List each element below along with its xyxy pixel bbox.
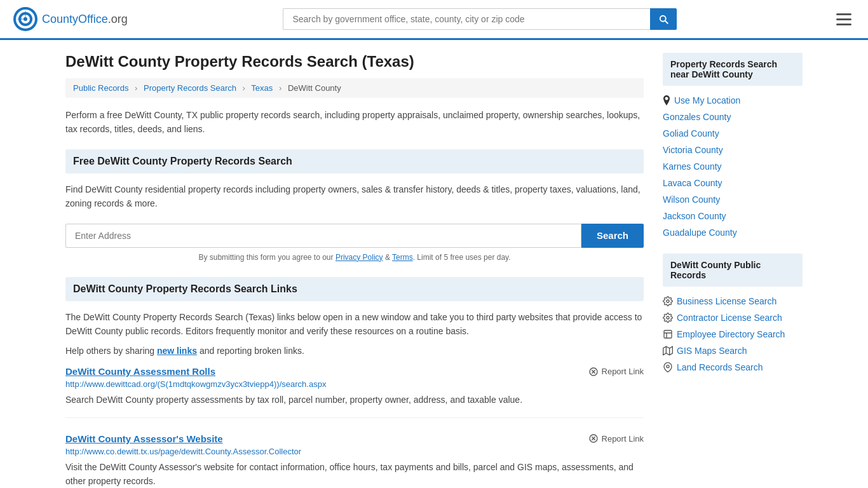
svg-point-7 [667,300,669,302]
logo-text: CountyOffice.org [42,13,128,26]
search-row: Search [65,224,644,248]
sidebar-use-location: Use My Location [663,92,803,109]
link-url[interactable]: http://www.dewittcad.org/(S(1mdtqkowgmzv… [65,379,644,389]
link-description: Visit the DeWitt County Assessor's websi… [65,460,644,488]
list-item: Jackson County [663,208,803,224]
list-item: Guadalupe County [663,224,803,241]
list-item: Wilson County [663,191,803,208]
page-title: DeWitt County Property Records Search (T… [65,53,644,71]
link-description: Search DeWitt County property assessment… [65,393,644,407]
address-search-area: Search By submitting this form you agree… [65,224,644,262]
sidebar-victoria-county[interactable]: Victoria County [663,145,723,155]
link-title[interactable]: DeWitt County Assessment Rolls [65,366,215,377]
sidebar-public-records-title: DeWitt County Public Records [663,254,803,287]
breadcrumb-current: DeWitt County [288,83,341,93]
list-item: Employee Directory Search [663,326,803,342]
employee-directory-icon [663,329,673,339]
free-search-heading: Free DeWitt County Property Records Sear… [65,149,644,173]
content-area: DeWitt County Property Records Search (T… [65,53,644,488]
form-note: By submitting this form you agree to our… [65,253,644,262]
svg-point-4 [24,17,27,21]
links-section-description: The DeWitt County Property Records Searc… [65,310,644,339]
list-item: Karnes County [663,158,803,175]
search-button[interactable]: Search [581,224,644,248]
new-links-link[interactable]: new links [157,346,197,356]
link-item: DeWitt County Assessor's Website Report … [65,433,644,488]
menu-button[interactable] [832,10,855,29]
svg-marker-10 [663,346,673,355]
sidebar-wilson-county[interactable]: Wilson County [663,194,720,205]
breadcrumb: Public Records › Property Records Search… [65,78,644,98]
business-license-search-link[interactable]: Business License Search [677,296,776,306]
report-link-button[interactable]: Report Link [588,367,644,377]
sidebar-gonzales-county[interactable]: Gonzales County [663,112,731,122]
sidebar-nearby-list: Use My Location Gonzales County Goliad C… [663,92,803,241]
land-records-search-link[interactable]: Land Records Search [677,362,763,372]
list-item: Lavaca County [663,175,803,191]
logo[interactable]: CountyOffice.org [13,6,128,32]
search-icon [658,13,669,25]
sidebar: Property Records Search near DeWitt Coun… [663,53,803,488]
report-icon [588,433,599,444]
location-pin-icon [663,95,670,105]
header-search-area [283,8,677,30]
page-description: Perform a free DeWitt County, TX public … [65,108,644,137]
report-link-button[interactable]: Report Link [588,433,644,444]
sidebar-nearby-title: Property Records Search near DeWitt Coun… [663,53,803,86]
employee-directory-search-link[interactable]: Employee Directory Search [677,329,785,339]
sidebar-public-records-list: Business License Search Contractor Licen… [663,293,803,376]
links-section: DeWitt County Property Records Search Li… [65,277,644,488]
main-container: DeWitt County Property Records Search (T… [53,40,815,488]
business-license-icon [663,296,673,306]
link-url[interactable]: http://www.co.dewitt.tx.us/page/dewitt.C… [65,447,644,456]
header-search-button[interactable] [650,8,677,30]
list-item: Victoria County [663,142,803,158]
breadcrumb-property-records-search[interactable]: Property Records Search [144,83,236,93]
links-section-heading: DeWitt County Property Records Search Li… [65,277,644,301]
svg-point-13 [667,365,669,368]
help-text: Help others by sharing new links and rep… [65,346,644,356]
address-input[interactable] [65,224,581,248]
sidebar-guadalupe-county[interactable]: Guadalupe County [663,227,737,238]
logo-icon [13,6,38,32]
gis-maps-search-link[interactable]: GIS Maps Search [677,346,747,356]
svg-rect-9 [664,330,672,338]
link-item: DeWitt County Assessment Rolls Report Li… [65,366,644,417]
breadcrumb-texas[interactable]: Texas [251,83,273,93]
list-item: Goliad County [663,125,803,142]
link-title[interactable]: DeWitt County Assessor's Website [65,433,223,444]
header-search-input[interactable] [283,8,650,30]
svg-point-8 [667,316,669,319]
sidebar-lavaca-county[interactable]: Lavaca County [663,178,722,188]
list-item: Contractor License Search [663,309,803,326]
sidebar-jackson-county[interactable]: Jackson County [663,211,726,221]
header: CountyOffice.org [0,0,868,40]
breadcrumb-public-records[interactable]: Public Records [73,83,128,93]
list-item: Land Records Search [663,359,803,376]
free-search-description: Find DeWitt County residential property … [65,182,644,211]
gis-maps-icon [663,346,673,356]
terms-link[interactable]: Terms [392,253,413,262]
privacy-policy-link[interactable]: Privacy Policy [336,253,383,262]
contractor-license-search-link[interactable]: Contractor License Search [677,313,782,323]
land-records-icon [663,362,673,372]
sidebar-karnes-county[interactable]: Karnes County [663,161,722,172]
report-icon [588,367,599,377]
list-item: GIS Maps Search [663,342,803,359]
contractor-license-icon [663,313,673,323]
use-my-location-link[interactable]: Use My Location [674,95,740,105]
list-item: Business License Search [663,293,803,309]
sidebar-goliad-county[interactable]: Goliad County [663,128,719,139]
list-item: Gonzales County [663,109,803,125]
